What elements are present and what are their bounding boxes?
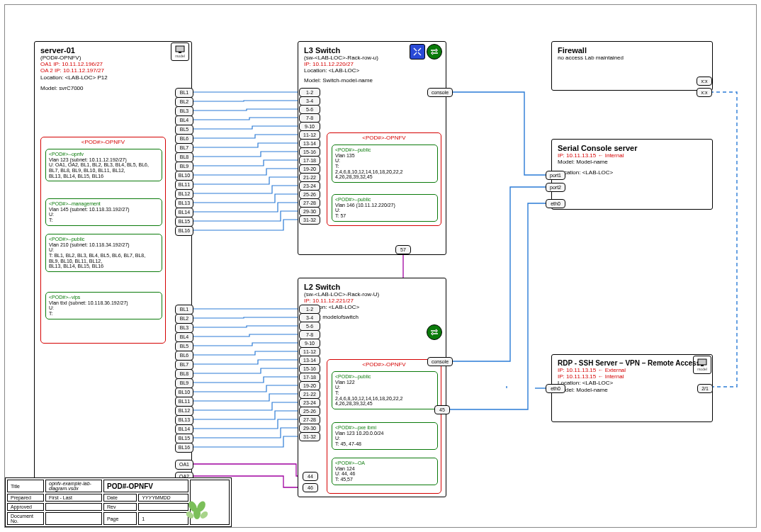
v4d: T:	[49, 311, 159, 317]
rdp-ip2: IP: 10.11.13.15 ← Internal	[558, 373, 706, 380]
model-label: model	[175, 54, 185, 58]
rdp-ip1: IP: 10.11.13.15 ← External	[558, 367, 706, 373]
l2-port-45: 45	[434, 405, 450, 414]
l3-vlan-container: <POD#>-OPNFV <POD#>--public Vlan 135 U: …	[327, 132, 441, 226]
server-oa1-jack: OA1	[175, 460, 193, 470]
jack-BL11: BL11	[175, 180, 193, 190]
scs-title: Serial Console server	[558, 144, 706, 152]
svg-rect-2	[698, 359, 706, 365]
l3v2bt: Vlan 146 (10.11.12.220/27)	[335, 203, 395, 208]
svg-rect-0	[176, 46, 184, 52]
tb-doc-label: Document No.	[7, 512, 44, 525]
l3v2b: Vlan 146 (10.11.12.220/27)	[335, 203, 434, 208]
l2-switch-icon	[427, 324, 442, 340]
v3c: U:	[49, 247, 159, 253]
server-vlan-head: <POD#>-OPNFV	[41, 139, 165, 145]
v3a: <POD#>--public	[49, 237, 159, 242]
scs-port1: port1	[546, 171, 565, 180]
jack-BL13: BL13	[175, 198, 193, 208]
server-vlan-2: <POD#>--management Vlan 145 (subnet: 10.…	[45, 198, 162, 226]
firewall-box: Firewall no access Lab maintained	[551, 41, 713, 91]
server-vlan-3: <POD#>--public Vlan 210 (subnet: 10.118.…	[45, 234, 162, 272]
rdp-loc: Location: <LAB-LOC>	[558, 380, 706, 386]
jack-BL6: BL6	[175, 134, 193, 144]
v1b: Vlan 123 (subnet: 10.11.12.192/27)	[49, 157, 159, 163]
svg-rect-1	[179, 52, 181, 53]
scs-loc: Location: <LAB-LOC>	[558, 169, 706, 176]
jack-BL7: BL7	[175, 360, 193, 370]
l2v1e: 2,4,6,8,10,12,14,16,18,20,22,2	[335, 396, 434, 402]
l2v3a: <POD#>--OA	[335, 460, 434, 466]
l2-vlan-container: <POD#>-OPNFV <POD#>--public Vlan 122 U: …	[327, 359, 441, 494]
server-subtitle: (POD#-OPNFV)	[40, 55, 186, 61]
l3-model: Model: Switch-model-name	[304, 77, 440, 84]
l2v3c: U: 44, 46	[335, 471, 434, 477]
port-31-32: 31-32	[299, 215, 320, 225]
server-box: server-01 (POD#-OPNFV) OA1 IP: 10.11.12.…	[34, 41, 192, 491]
l3-vlan-1: <POD#>--public Vlan 135 U: T: 2,4,6,8,10…	[332, 145, 438, 183]
l2-vlan-3: <POD#>--OA Vlan 124 U: 44, 46 T: 45,57	[332, 458, 438, 485]
l3-ip: IP: 10.11.12.220/27	[304, 61, 440, 67]
v3e: BL9, BL10, BL11, BL12,	[49, 259, 159, 264]
v1d: BL7, BL8, BL9, BL10, BL11, BL12,	[49, 168, 159, 174]
l3-loc: Location: <LAB-LOC>	[304, 67, 440, 74]
jack-BL8: BL8	[175, 369, 193, 379]
v4b: Vlan tbd (subnet: 10.118.36.192/27)	[49, 300, 159, 306]
jack-BL16: BL16	[175, 226, 193, 236]
v3f: BL13, BL14, BL15, BL16	[49, 264, 159, 269]
jack-BL15: BL15	[175, 434, 193, 443]
jack-BL8: BL8	[175, 152, 193, 162]
rdp-box: RDP - SSH Server – VPN – Remote Access I…	[551, 354, 713, 422]
jack-BL15: BL15	[175, 217, 193, 227]
rdp-model-label: model	[697, 367, 707, 371]
l2-console-jack: console	[427, 357, 453, 366]
jack-BL14: BL14	[175, 208, 193, 217]
jack-BL12: BL12	[175, 406, 193, 416]
jack-BL5: BL5	[175, 125, 193, 135]
tb-date-label: Date	[103, 494, 137, 502]
v1a: <POD#>--opnfv	[49, 152, 159, 157]
v1e: BL13, BL14, BL15, BL16	[49, 174, 159, 179]
l2-vlan-1: <POD#>--public Vlan 122 U: T: 2,4,6,8,10…	[332, 371, 438, 409]
jack-BL2: BL2	[175, 314, 193, 324]
l2v3b: Vlan 124	[335, 466, 434, 472]
tb-date: YYYYMMDD	[138, 494, 188, 502]
v2c: U:	[49, 212, 159, 217]
leaf-logo-icon	[183, 497, 211, 525]
tb-main: POD#-OPNFV	[103, 480, 188, 492]
v3b: Vlan 210 (subnet: 10.118.34.192/27)	[49, 242, 159, 248]
l2-vlan-2: <POD#>--pxe ibmi Vlan 123 10.20.0.0/24 U…	[332, 422, 438, 450]
tb-prep: First - Last	[45, 494, 102, 502]
jack-BL4: BL4	[175, 332, 193, 342]
l2v1b: Vlan 122	[335, 380, 434, 385]
rdp-port-21: 2/1	[697, 384, 713, 393]
server-location: Location: <LAB-LOC> P12	[40, 74, 186, 81]
jack-BL2: BL2	[175, 97, 193, 107]
l2v2b: Vlan 123 10.20.0.0/24	[335, 431, 434, 436]
l3v2d: T: 57	[335, 213, 434, 219]
fw-title: Firewall	[558, 46, 706, 55]
jack-BL5: BL5	[175, 341, 193, 351]
l3-switch-icon	[427, 44, 442, 60]
jack-BL6: BL6	[175, 351, 193, 361]
tb-prep-label: Prepared	[7, 494, 44, 502]
scs-model: Model: Model-name	[558, 159, 706, 165]
l2v1f: 4,26,28,39,32,45	[335, 401, 434, 407]
l3v2a: <POD#>--public	[335, 197, 434, 203]
l2v2d: T: 45, 47-48	[335, 441, 434, 447]
server-vlan-1: <POD#>--opnfv Vlan 123 (subnet: 10.11.12…	[45, 149, 162, 181]
server-model-icon: model	[171, 43, 189, 61]
l2v1c: U:	[335, 385, 434, 390]
l2-head: <POD#>-OPNFV	[327, 361, 441, 368]
rdp-model: Model: Model-name	[558, 387, 706, 393]
l3-console-jack: console	[427, 88, 453, 97]
l2-model: Model: modelofswitch	[304, 314, 440, 320]
jack-BL4: BL4	[175, 115, 193, 125]
scs-port2: port2	[546, 183, 565, 192]
jack-BL14: BL14	[175, 424, 193, 434]
server-vlan-container: <POD#>-OPNFV <POD#>--opnfv Vlan 123 (sub…	[40, 137, 166, 344]
jack-BL3: BL3	[175, 106, 193, 116]
jack-BL13: BL13	[175, 415, 193, 425]
l3v1f: 4,26,28,39,32,45	[335, 174, 434, 180]
l2v3d: T: 45,57	[335, 477, 434, 482]
